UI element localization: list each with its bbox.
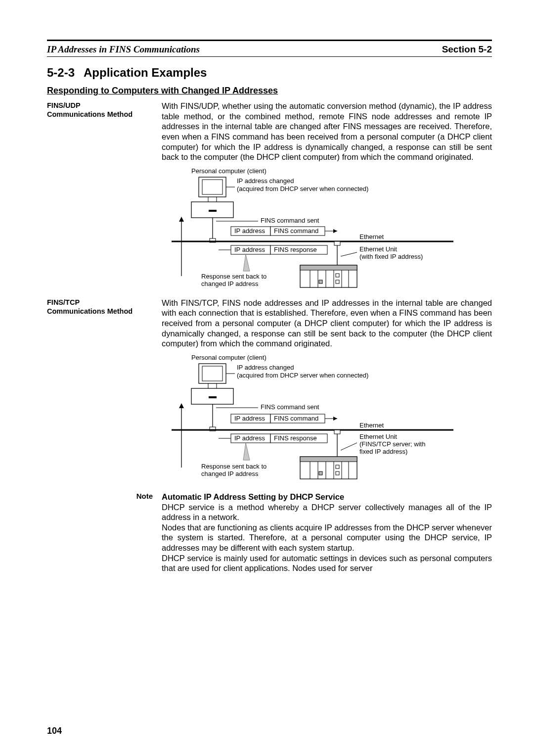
note-p2: Nodes that are functioning as clients ac…	[162, 523, 492, 552]
svg-text:FINS response: FINS response	[274, 246, 317, 253]
arrow-up-icon	[179, 403, 184, 408]
svg-rect-61	[319, 472, 322, 475]
page-number: 104	[47, 726, 62, 736]
svg-rect-52	[300, 457, 357, 462]
fins-tcp-block: FINS/TCP Communications Method With FINS…	[47, 298, 492, 349]
pc-slot-icon	[209, 396, 217, 398]
eth-unit-l3: fixed IP address)	[359, 448, 407, 455]
svg-rect-29	[336, 280, 339, 284]
svg-marker-10	[333, 229, 337, 233]
resp-box-group: IP address FINS response	[231, 245, 327, 254]
plc-device-icon	[300, 457, 357, 479]
resp-l2: changed IP address	[201, 280, 259, 287]
label-line: Communications Method	[47, 110, 133, 118]
eth-unit-l2: (FINS/TCP server; with	[359, 440, 425, 448]
ethernet-label: Ethernet	[359, 422, 384, 429]
fins-udp-body: With FINS/UDP, whether using the automat…	[162, 101, 492, 162]
callout-icon	[243, 443, 250, 460]
ip-changed-l2: (acquired from DHCP server when connecte…	[237, 372, 368, 379]
label-line: FINS/TCP	[47, 298, 80, 306]
resp-l2: changed IP address	[201, 470, 259, 477]
note-block: Note Automatic IP Address Setting by DHC…	[47, 492, 492, 573]
svg-rect-60	[336, 472, 339, 475]
svg-text:IP address: IP address	[234, 246, 265, 253]
ip-changed-l1: IP address changed	[237, 364, 294, 371]
svg-text:FINS command: FINS command	[274, 227, 318, 235]
eth-unit-l1: Ethernet Unit	[359, 245, 397, 253]
section-heading: 5-2-3Application Examples	[47, 66, 492, 80]
diagram-tcp: Personal computer (client) IP address ch…	[162, 354, 492, 485]
svg-rect-59	[336, 465, 339, 469]
subsection-heading: Responding to Computers with Changed IP …	[47, 86, 492, 96]
ethernet-label: Ethernet	[359, 233, 384, 240]
pc-monitor-icon	[199, 177, 226, 197]
note-title: Automatic IP Address Setting by DHCP Ser…	[162, 492, 344, 501]
pc-screen-icon	[202, 180, 222, 194]
svg-rect-30	[319, 280, 322, 284]
fins-udp-label: FINS/UDP Communications Method	[47, 101, 155, 162]
callout-icon	[243, 254, 250, 271]
diagram-udp: Personal computer (client) IP address ch…	[162, 167, 492, 291]
fins-udp-block: FINS/UDP Communications Method With FINS…	[47, 101, 492, 162]
svg-text:FINS response: FINS response	[274, 434, 317, 442]
section-title: Application Examples	[84, 66, 207, 79]
pc-monitor-icon	[199, 364, 226, 383]
arrow-up-icon	[179, 217, 184, 222]
fins-tcp-label: FINS/TCP Communications Method	[47, 298, 155, 349]
pc-screen-icon	[202, 366, 222, 381]
note-p3: DHCP service is mainly used for automati…	[162, 554, 492, 573]
ip-changed-l1: IP address changed	[237, 177, 294, 185]
pc-slot-icon	[209, 210, 217, 212]
svg-text:IP address: IP address	[234, 415, 265, 422]
cmd-sent-label: FINS command sent	[261, 217, 319, 224]
cmd-box-group: IP address FINS command	[231, 227, 325, 236]
label-line: FINS/UDP	[47, 101, 81, 109]
svg-text:FINS command: FINS command	[274, 415, 318, 422]
resp-box-group: IP address FINS response	[231, 434, 327, 443]
svg-line-50	[341, 443, 357, 450]
pc-label: Personal computer (client)	[191, 167, 267, 175]
label-line: Communications Method	[47, 307, 133, 315]
running-header: IP Addresses in FINS Communications Sect…	[47, 44, 492, 57]
svg-line-19	[341, 252, 357, 256]
svg-rect-18	[334, 241, 340, 245]
cmd-sent-label: FINS command sent	[261, 403, 319, 411]
svg-text:IP address: IP address	[234, 227, 265, 235]
note-body: Automatic IP Address Setting by DHCP Ser…	[162, 492, 492, 573]
section-number: 5-2-3	[47, 66, 75, 79]
note-p1: DHCP service is a method whereby a DHCP …	[162, 503, 492, 522]
cmd-box-group: IP address FINS command	[231, 414, 325, 423]
svg-rect-49	[334, 430, 340, 434]
svg-rect-28	[336, 274, 339, 277]
top-rule	[47, 40, 492, 41]
resp-l1: Response sent back to	[201, 273, 267, 280]
eth-unit-l1: Ethernet Unit	[359, 433, 397, 440]
svg-marker-41	[333, 417, 337, 421]
pc-label: Personal computer (client)	[191, 354, 267, 361]
header-left: IP Addresses in FINS Communications	[47, 44, 200, 55]
ip-changed-l2: (acquired from DHCP server when connecte…	[237, 185, 368, 192]
fins-tcp-body: With FINS/TCP, FINS node addresses and I…	[162, 298, 492, 349]
eth-unit-l2: (with fixed IP address)	[359, 253, 423, 260]
note-label: Note	[47, 492, 155, 573]
svg-text:IP address: IP address	[234, 434, 265, 442]
page: IP Addresses in FINS Communications Sect…	[0, 0, 534, 756]
header-right: Section 5-2	[442, 44, 492, 55]
plc-device-icon	[300, 265, 357, 287]
resp-l1: Response sent back to	[201, 463, 267, 470]
svg-rect-21	[300, 265, 357, 270]
